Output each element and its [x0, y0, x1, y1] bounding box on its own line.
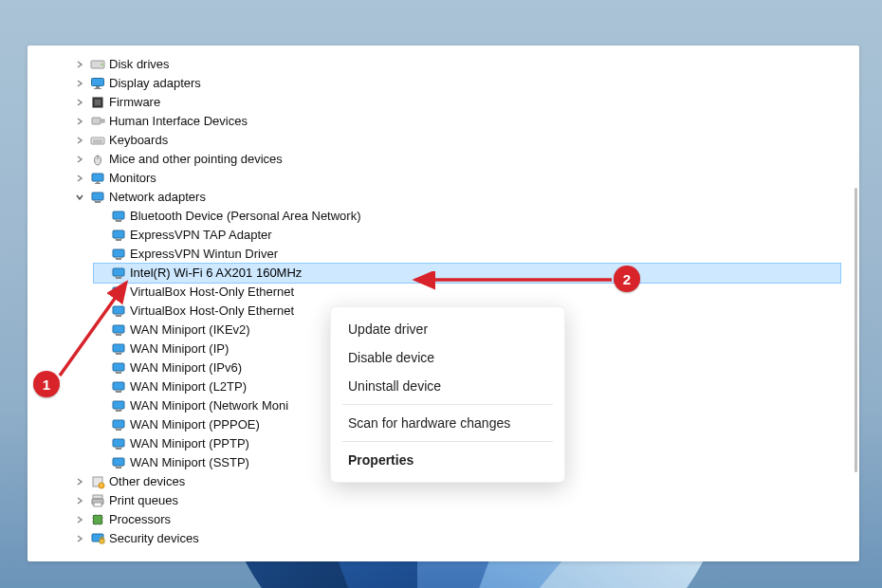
svg-rect-49 [113, 344, 124, 352]
device-manager-window: Disk drivesDisplay adaptersFirmwareHuman… [28, 46, 859, 561]
svg-rect-69 [113, 439, 124, 447]
device-label: ExpressVPN TAP Adapter [130, 226, 272, 245]
svg-rect-3 [96, 86, 100, 88]
context-menu: Update driverDisable deviceUninstall dev… [330, 306, 565, 483]
network-icon [111, 266, 126, 281]
svg-rect-15 [97, 182, 100, 184]
chevron-right-icon[interactable] [73, 96, 86, 109]
svg-rect-8 [101, 119, 104, 122]
context-menu-item[interactable]: Uninstall device [333, 372, 562, 400]
stage: Disk drivesDisplay adaptersFirmwareHuman… [0, 0, 882, 588]
category-display-adapters[interactable]: Display adapters [73, 74, 840, 93]
svg-rect-46 [116, 334, 121, 336]
context-menu-separator [342, 404, 553, 405]
svg-rect-62 [116, 410, 121, 412]
annotation-marker-2-text: 2 [623, 271, 631, 287]
category-hid[interactable]: Human Interface Devices [73, 112, 840, 131]
chevron-right-icon[interactable] [73, 172, 86, 185]
svg-rect-80 [93, 495, 102, 499]
chevron-right-icon[interactable] [73, 153, 86, 166]
svg-rect-57 [113, 382, 124, 390]
network-icon [111, 436, 126, 451]
svg-rect-82 [94, 503, 101, 506]
network-icon [111, 379, 126, 395]
category-monitors[interactable]: Monitors [73, 169, 840, 188]
category-keyboards[interactable]: Keyboards [73, 131, 840, 150]
context-menu-item[interactable]: Update driver [333, 315, 562, 343]
display-icon [90, 76, 105, 91]
network-icon [111, 398, 126, 413]
svg-rect-18 [95, 201, 101, 203]
mouse-icon [90, 152, 105, 167]
svg-rect-14 [92, 174, 103, 181]
category-disk-drives[interactable]: Disk drives [73, 55, 840, 74]
svg-rect-73 [113, 458, 124, 466]
svg-rect-61 [113, 401, 124, 409]
device-label: WAN Miniport (SSTP) [130, 453, 249, 472]
svg-rect-34 [116, 277, 121, 279]
svg-rect-54 [116, 372, 121, 374]
category-processors[interactable]: Processors [73, 510, 840, 529]
category-mice[interactable]: Mice and other pointing devices [73, 150, 840, 169]
network-icon [90, 190, 105, 205]
svg-rect-21 [113, 211, 124, 219]
category-security[interactable]: Security devices [73, 529, 840, 548]
device-item[interactable]: VirtualBox Host-Only Ethernet [94, 283, 840, 302]
chevron-right-icon[interactable] [73, 58, 86, 71]
category-label: Print queues [109, 491, 178, 510]
network-icon [111, 341, 126, 357]
network-icon [111, 360, 126, 376]
device-label: VirtualBox Host-Only Ethernet [130, 283, 294, 302]
monitor-icon [90, 171, 105, 186]
svg-rect-50 [116, 353, 121, 355]
svg-rect-33 [113, 268, 124, 276]
svg-rect-45 [113, 325, 124, 333]
category-label: Network adapters [109, 188, 206, 207]
chevron-right-icon[interactable] [73, 513, 86, 526]
chevron-right-icon[interactable] [73, 532, 86, 545]
chevron-down-icon[interactable] [73, 191, 86, 204]
svg-rect-66 [116, 429, 121, 431]
category-firmware[interactable]: Firmware [73, 93, 840, 112]
svg-rect-38 [116, 296, 121, 298]
device-label: WAN Miniport (IKEv2) [130, 321, 250, 340]
category-label: Human Interface Devices [109, 112, 248, 131]
keyboard-icon [90, 133, 105, 148]
device-label: WAN Miniport (Network Moni [130, 396, 288, 415]
context-menu-item[interactable]: Scan for hardware changes [333, 409, 562, 437]
svg-rect-29 [113, 249, 124, 257]
scrollbar-vertical[interactable] [854, 188, 857, 472]
chevron-right-icon[interactable] [73, 475, 86, 488]
device-label: WAN Miniport (PPPOE) [130, 415, 260, 434]
chevron-right-icon[interactable] [73, 494, 86, 507]
category-network[interactable]: Network adapters [73, 188, 840, 207]
svg-rect-4 [94, 88, 101, 89]
chevron-right-icon[interactable] [73, 115, 86, 128]
device-label: Bluetooth Device (Personal Area Network) [130, 207, 361, 226]
device-item-selected[interactable]: Intel(R) Wi-Fi 6 AX201 160MHz [94, 264, 840, 283]
device-label: WAN Miniport (IP) [130, 340, 229, 358]
device-item[interactable]: Bluetooth Device (Personal Area Network) [94, 207, 840, 226]
svg-rect-17 [92, 193, 103, 200]
svg-rect-6 [95, 100, 101, 105]
category-print-queues[interactable]: Print queues [73, 491, 840, 510]
category-label: Firmware [109, 93, 160, 112]
category-label: Mice and other pointing devices [109, 150, 283, 169]
network-icon [111, 209, 126, 224]
context-menu-item[interactable]: Disable device [333, 343, 562, 372]
svg-rect-74 [116, 467, 121, 469]
svg-rect-37 [113, 287, 124, 295]
svg-rect-16 [95, 183, 101, 184]
chevron-right-icon[interactable] [73, 134, 86, 147]
chevron-right-icon[interactable] [73, 77, 86, 90]
category-label: Monitors [109, 169, 156, 188]
network-icon [111, 247, 126, 262]
svg-rect-42 [116, 315, 121, 317]
category-label: Security devices [109, 529, 199, 548]
device-label: VirtualBox Host-Only Ethernet [130, 302, 294, 321]
annotation-marker-2: 2 [614, 266, 640, 292]
device-item[interactable]: ExpressVPN TAP Adapter [94, 226, 840, 245]
svg-rect-41 [113, 306, 124, 314]
device-item[interactable]: ExpressVPN Wintun Driver [94, 245, 840, 264]
context-menu-item[interactable]: Properties [333, 446, 562, 474]
